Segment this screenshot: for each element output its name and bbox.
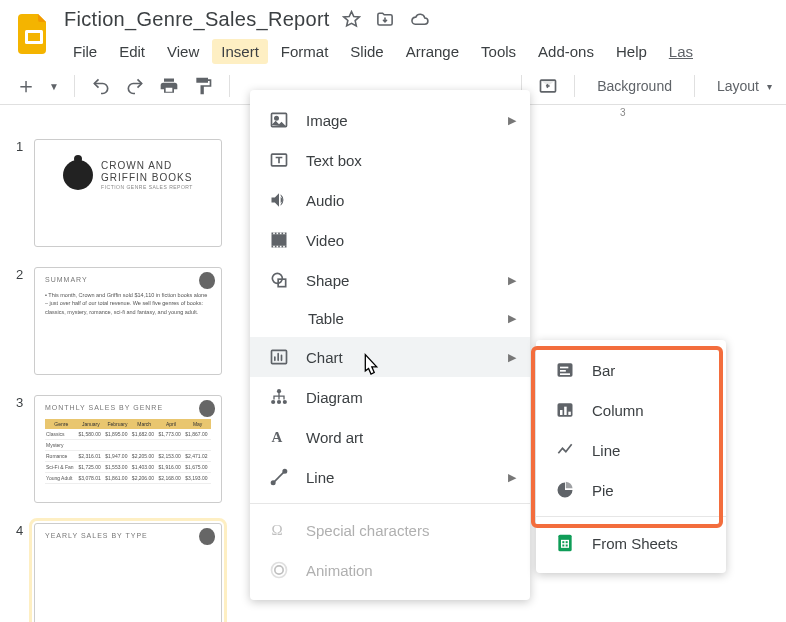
menu-item-special-characters: ΩSpecial characters <box>250 510 530 550</box>
menu-file[interactable]: File <box>64 39 106 64</box>
menu-item-text-box[interactable]: Text box <box>250 140 530 180</box>
submenu-item-label: Column <box>592 402 644 419</box>
brand-sub: FICTION GENRE SALES REPORT <box>101 184 193 190</box>
slide-thumb-2[interactable]: 2 SUMMARY • This month, Crown and Griffi… <box>16 267 254 375</box>
submenu-item-label: Pie <box>592 482 614 499</box>
svg-rect-32 <box>560 367 568 369</box>
wordart-icon: A <box>268 427 290 447</box>
submenu-arrow-icon: ▶ <box>508 471 516 484</box>
menu-help[interactable]: Help <box>607 39 656 64</box>
chart-submenu: BarColumnLinePieFrom Sheets <box>536 340 726 573</box>
menu-edit[interactable]: Edit <box>110 39 154 64</box>
background-button[interactable]: Background <box>589 78 680 94</box>
svg-point-21 <box>271 400 275 404</box>
bar-icon <box>554 360 576 380</box>
new-slide-button[interactable]: ＋ <box>14 74 38 98</box>
transition-button[interactable] <box>536 74 560 98</box>
menu-item-shape[interactable]: Shape▶ <box>250 260 530 300</box>
slide-thumb-1[interactable]: 1 CROWN AND GRIFFIN BOOKS FICTION GENRE … <box>16 139 254 247</box>
menu-item-label: Chart <box>306 349 343 366</box>
ruler-label: 3 <box>620 107 626 118</box>
menu-slide[interactable]: Slide <box>341 39 392 64</box>
slide-thumb-3[interactable]: 3 MONTHLY SALES BY GENRE GenreJanuaryFeb… <box>16 395 254 503</box>
chart-option-line[interactable]: Line <box>536 430 726 470</box>
svg-rect-6 <box>272 234 287 246</box>
slides-logo[interactable] <box>14 8 54 60</box>
chart-icon <box>268 347 290 367</box>
svg-rect-38 <box>568 412 571 415</box>
audio-icon <box>268 190 290 210</box>
svg-rect-13 <box>273 246 275 248</box>
svg-point-23 <box>283 400 287 404</box>
menu-format[interactable]: Format <box>272 39 338 64</box>
menu-view[interactable]: View <box>158 39 208 64</box>
svg-point-30 <box>272 563 287 578</box>
menu-item-label: Table <box>308 310 344 327</box>
pie-icon <box>554 480 576 500</box>
menu-item-line[interactable]: Line▶ <box>250 457 530 497</box>
chart-option-bar[interactable]: Bar <box>536 350 726 390</box>
svg-rect-36 <box>560 410 563 415</box>
menu-item-label: Word art <box>306 429 363 446</box>
redo-button[interactable] <box>123 74 147 98</box>
menu-item-video[interactable]: Video <box>250 220 530 260</box>
column-icon <box>554 400 576 420</box>
svg-rect-12 <box>283 233 285 235</box>
textbox-icon <box>268 150 290 170</box>
svg-rect-14 <box>277 246 279 248</box>
menu-bar: FileEditViewInsertFormatSlideArrangeTool… <box>64 39 772 64</box>
menu-item-label: Special characters <box>306 522 429 539</box>
menu-item-audio[interactable]: Audio <box>250 180 530 220</box>
chart-option-from-sheets[interactable]: From Sheets <box>536 523 726 563</box>
menu-item-label: Audio <box>306 192 344 209</box>
submenu-arrow-icon: ▶ <box>508 351 516 364</box>
new-slide-dropdown[interactable]: ▼ <box>48 74 60 98</box>
menu-item-label: Diagram <box>306 389 363 406</box>
menu-item-image[interactable]: Image▶ <box>250 100 530 140</box>
menu-item-table[interactable]: Table▶ <box>250 300 530 337</box>
menu-item-label: Shape <box>306 272 349 289</box>
header-bar: Fiction_Genre_Sales_Report FileEditViewI… <box>0 0 786 64</box>
svg-rect-34 <box>560 373 570 375</box>
diagram-icon <box>268 387 290 407</box>
move-folder-icon[interactable] <box>375 10 395 29</box>
document-title[interactable]: Fiction_Genre_Sales_Report <box>64 8 330 31</box>
menu-add-ons[interactable]: Add-ons <box>529 39 603 64</box>
menu-item-label: Line <box>306 469 334 486</box>
insert-menu: Image▶Text boxAudioVideoShape▶Table▶Char… <box>250 90 530 600</box>
video-icon <box>268 230 290 250</box>
slide-number: 2 <box>16 267 34 375</box>
svg-rect-33 <box>560 370 566 372</box>
svg-rect-10 <box>277 233 279 235</box>
sheets-icon <box>554 533 576 553</box>
menu-item-diagram[interactable]: Diagram <box>250 377 530 417</box>
thumb-heading: SUMMARY <box>45 276 211 283</box>
slide-number: 4 <box>16 523 34 622</box>
undo-button[interactable] <box>89 74 113 98</box>
chart-option-column[interactable]: Column <box>536 390 726 430</box>
menu-insert[interactable]: Insert <box>212 39 268 64</box>
slide-thumbnails-panel: 1 CROWN AND GRIFFIN BOOKS FICTION GENRE … <box>0 133 260 613</box>
shape-icon <box>268 270 290 290</box>
paint-format-button[interactable] <box>191 74 215 98</box>
submenu-arrow-icon: ▶ <box>508 274 516 287</box>
svg-point-27 <box>283 470 286 473</box>
chart-option-pie[interactable]: Pie <box>536 470 726 510</box>
menu-item-word-art[interactable]: AWord art <box>250 417 530 457</box>
cloud-status-icon[interactable] <box>409 10 431 29</box>
svg-rect-16 <box>283 246 285 248</box>
menu-tools[interactable]: Tools <box>472 39 525 64</box>
menu-item-label: Image <box>306 112 348 129</box>
print-button[interactable] <box>157 74 181 98</box>
slide-number: 1 <box>16 139 34 247</box>
svg-text:Ω: Ω <box>272 522 283 538</box>
svg-rect-11 <box>280 233 282 235</box>
submenu-arrow-icon: ▶ <box>508 312 516 325</box>
menu-item-chart[interactable]: Chart▶ <box>250 337 530 377</box>
layout-button[interactable]: Layout▾ <box>709 78 772 94</box>
slide-thumb-4[interactable]: 4 YEARLY SALES BY TYPE <box>16 523 254 622</box>
menu-las[interactable]: Las <box>660 39 702 64</box>
svg-point-26 <box>272 481 275 484</box>
star-icon[interactable] <box>342 10 361 29</box>
menu-arrange[interactable]: Arrange <box>397 39 468 64</box>
